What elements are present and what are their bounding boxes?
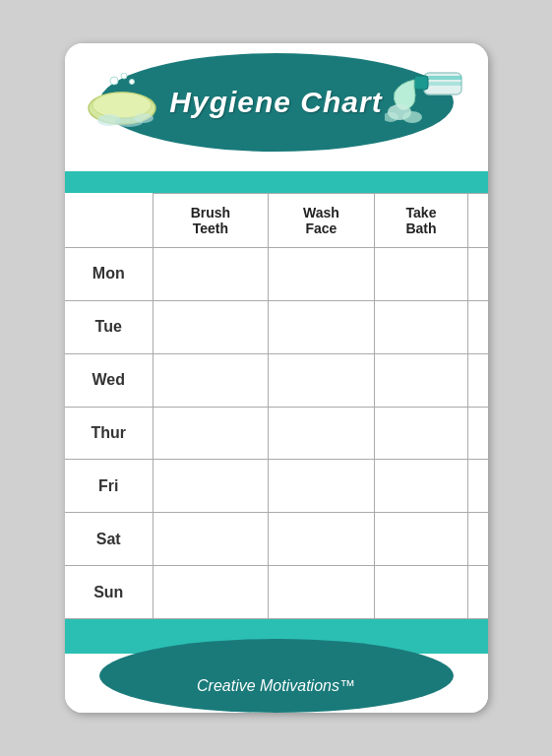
toothpaste-decoration [385, 68, 473, 132]
hygiene-table: BrushTeeth WashFace TakeBath MonTueWedTh… [65, 193, 488, 619]
table-row: Thur [65, 407, 488, 460]
table-header-row: BrushTeeth WashFace TakeBath [65, 194, 488, 248]
extra-cell [467, 460, 487, 513]
svg-point-2 [129, 80, 134, 85]
wash-cell [268, 300, 374, 353]
chart-table-area: BrushTeeth WashFace TakeBath MonTueWedTh… [65, 193, 488, 619]
wash-cell [268, 248, 374, 301]
bath-cell [375, 300, 468, 353]
bath-cell [375, 460, 468, 513]
header-extra [467, 194, 487, 248]
table-row: Fri [65, 460, 488, 513]
day-cell: Sat [65, 513, 153, 566]
day-cell: Mon [65, 248, 153, 301]
bath-cell [375, 407, 468, 460]
header-day-cell [65, 194, 153, 248]
extra-cell [467, 566, 487, 619]
footer-oval: Creative Motivations™ [99, 639, 454, 713]
brush-cell [153, 566, 269, 619]
soap-decoration [85, 73, 163, 132]
extra-cell [467, 513, 487, 566]
brush-cell [153, 407, 269, 460]
header-brush-teeth: BrushTeeth [153, 194, 269, 248]
day-cell: Tue [65, 300, 153, 353]
wash-cell [268, 566, 374, 619]
header-wash-face: WashFace [268, 194, 374, 248]
extra-cell [467, 353, 487, 407]
svg-point-7 [134, 113, 153, 123]
svg-point-0 [110, 77, 118, 85]
header-take-bath: TakeBath [375, 194, 468, 248]
bath-cell [375, 513, 468, 566]
brush-cell [153, 248, 269, 301]
svg-rect-9 [424, 76, 461, 80]
brush-cell [153, 300, 269, 353]
brush-cell [153, 353, 269, 407]
header-area: Hygiene Chart [65, 43, 488, 171]
day-cell: Sun [65, 566, 153, 619]
chart-title: Hygiene Chart [169, 86, 382, 119]
wash-cell [268, 460, 374, 513]
day-cell: Wed [65, 353, 153, 407]
footer-area: Creative Motivations™ [65, 654, 488, 713]
extra-cell [467, 407, 487, 460]
bath-cell [375, 566, 468, 619]
brush-cell [153, 513, 269, 566]
day-cell: Fri [65, 460, 153, 513]
hygiene-chart-page: Hygiene Chart [65, 43, 488, 713]
wash-cell [268, 407, 374, 460]
svg-point-1 [121, 73, 127, 79]
table-row: Mon [65, 248, 488, 301]
svg-point-13 [402, 111, 422, 123]
top-teal-banner [65, 171, 488, 193]
table-row: Sat [65, 513, 488, 566]
wash-cell [268, 353, 374, 407]
table-row: Tue [65, 300, 488, 353]
brush-cell [153, 460, 269, 513]
wash-cell [268, 513, 374, 566]
bath-cell [375, 248, 468, 301]
table-row: Sun [65, 566, 488, 619]
table-row: Wed [65, 353, 488, 407]
bath-cell [375, 353, 468, 407]
extra-cell [467, 248, 487, 301]
extra-cell [467, 300, 487, 353]
svg-rect-10 [424, 82, 461, 86]
svg-rect-11 [414, 76, 428, 90]
footer-brand: Creative Motivations™ [197, 677, 355, 695]
day-cell: Thur [65, 407, 153, 460]
